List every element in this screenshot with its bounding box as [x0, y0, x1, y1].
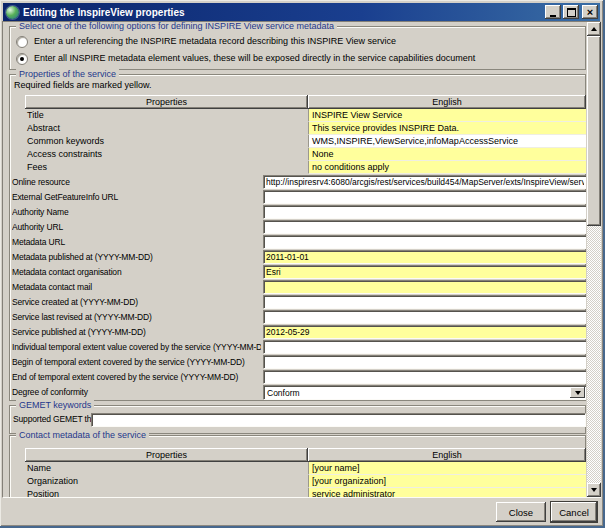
properties-table-header: Properties English — [25, 95, 586, 109]
vertical-scrollbar[interactable] — [587, 22, 601, 497]
position-value-cell[interactable]: service administrator — [308, 488, 586, 497]
radio-all-metadata-values[interactable] — [16, 53, 28, 65]
scroll-pane: Select one of the following options for … — [2, 21, 601, 498]
dialog-window: Editing the InspireView properties × Sel… — [0, 0, 603, 526]
close-icon: × — [587, 7, 593, 17]
globe-icon — [6, 6, 19, 19]
cancel-button[interactable]: Cancel — [551, 502, 597, 522]
authority-name-input[interactable] — [263, 205, 586, 219]
form-row-service-published: Service published at (YYYY-MM-DD) — [11, 325, 586, 340]
service-created-label: Service created at (YYYY-MM-DD) — [12, 296, 261, 309]
form-row-service-last-revised: Service last revised at (YYYY-MM-DD) — [11, 310, 586, 325]
row-label-access-constraints: Access constraints — [27, 148, 102, 161]
table-row-name: Name [your name] — [25, 462, 586, 475]
row-label-name: Name — [27, 462, 51, 475]
form-row-authority-url: Authority URL — [11, 220, 586, 235]
metadata-url-label: Metadata URL — [12, 236, 261, 249]
screen: Editing the InspireView properties × Sel… — [0, 0, 605, 528]
form-row-external-getfeatureinfo-url: External GetFeatureInfo URL — [11, 190, 586, 205]
access-constraints-value-cell[interactable]: None — [308, 148, 586, 161]
maximize-icon — [567, 8, 576, 17]
service-published-input[interactable] — [263, 325, 586, 339]
contact-column-header-english[interactable]: English — [308, 448, 586, 462]
row-label-fees: Fees — [27, 161, 47, 174]
metadata-contact-mail-input[interactable] — [263, 280, 586, 294]
close-window-button[interactable]: × — [582, 5, 598, 19]
scroll-up-button[interactable] — [587, 22, 601, 36]
window-title: Editing the InspireView properties — [23, 7, 185, 18]
end-temporal-extent-label: End of temporal extent covered by the se… — [12, 371, 261, 384]
scroll-down-button[interactable] — [587, 483, 601, 497]
individual-temporal-extent-input[interactable] — [263, 340, 586, 354]
online-resource-input[interactable] — [263, 175, 586, 189]
form-row-metadata-published: Metadata published at (YYYY-MM-DD) — [11, 250, 586, 265]
authority-url-input[interactable] — [263, 220, 586, 234]
abstract-value-cell[interactable]: This service provides INSPIRE Data. — [308, 122, 586, 135]
degree-of-conformity-value: Conform — [267, 387, 300, 399]
begin-temporal-extent-input[interactable] — [263, 355, 586, 369]
row-label-position: Position — [27, 488, 59, 497]
table-row-common-keywords: Common keywords WMS,INSPIRE,ViewService,… — [25, 135, 586, 148]
column-header-english[interactable]: English — [308, 95, 586, 109]
maximize-button[interactable] — [563, 5, 579, 19]
properties-group-title: Properties of the service — [16, 69, 119, 80]
metadata-published-input[interactable] — [263, 250, 586, 264]
properties-group: Properties of the service Required field… — [9, 74, 586, 401]
table-row-access-constraints: Access constraints None — [25, 148, 586, 161]
service-published-label: Service published at (YYYY-MM-DD) — [12, 326, 261, 339]
required-fields-note: Required fields are marked yellow. — [14, 80, 152, 90]
row-label-title: Title — [27, 109, 44, 122]
scrollbar-thumb[interactable] — [587, 36, 601, 226]
service-last-revised-label: Service last revised at (YYYY-MM-DD) — [12, 311, 261, 324]
form-row-begin-temporal-extent: Begin of temporal extent covered by the … — [11, 355, 586, 370]
form-row-service-created: Service created at (YYYY-MM-DD) — [11, 295, 586, 310]
external-getfeatureinfo-url-input[interactable] — [263, 190, 586, 204]
close-button[interactable]: Close — [496, 502, 546, 522]
external-getfeatureinfo-url-label: External GetFeatureInfo URL — [12, 191, 261, 204]
end-temporal-extent-input[interactable] — [263, 370, 586, 384]
service-created-input[interactable] — [263, 295, 586, 309]
metadata-contact-organisation-input[interactable] — [263, 265, 586, 279]
table-row-abstract: Abstract This service provides INSPIRE D… — [25, 122, 586, 135]
minimize-button[interactable] — [545, 5, 561, 19]
gemet-group-title: GEMET keywords — [16, 400, 94, 411]
titlebar[interactable]: Editing the InspireView properties × — [3, 3, 600, 21]
form-row-online-resource: Online resource — [11, 175, 586, 190]
metadata-contact-mail-label: Metadata contact mail — [12, 281, 261, 294]
contact-column-header-properties[interactable]: Properties — [25, 448, 308, 462]
form-row-end-temporal-extent: End of temporal extent covered by the se… — [11, 370, 586, 385]
form-row-individual-temporal-extent: Individual temporal extent value covered… — [11, 340, 586, 355]
table-row-fees: Fees no conditions apply — [25, 161, 586, 174]
online-resource-label: Online resource — [12, 176, 261, 189]
fees-value-cell[interactable]: no conditions apply — [308, 161, 586, 174]
column-header-properties[interactable]: Properties — [25, 95, 308, 109]
metadata-contact-organisation-label: Metadata contact organisation — [12, 266, 261, 279]
minimize-icon — [550, 15, 556, 17]
radio-url-metadata-label[interactable]: Enter a url referencing the INSPIRE meta… — [34, 35, 396, 48]
degree-of-conformity-label: Degree of conformity — [12, 386, 261, 399]
options-group: Select one of the following options for … — [9, 26, 586, 70]
arrow-up-icon — [591, 27, 597, 31]
service-last-revised-input[interactable] — [263, 310, 586, 324]
row-label-organization: Organization — [27, 475, 78, 488]
arrow-down-icon — [591, 488, 597, 492]
name-value-cell[interactable]: [your name] — [308, 462, 586, 475]
supported-gemet-themes-input[interactable] — [91, 413, 586, 427]
form-row-metadata-contact-organisation: Metadata contact organisation — [11, 265, 586, 280]
degree-of-conformity-select[interactable]: Conform — [263, 385, 586, 400]
radio-url-metadata[interactable] — [16, 36, 28, 48]
contact-table-header: Properties English — [25, 448, 586, 462]
organization-value-cell[interactable]: [your organization] — [308, 475, 586, 488]
radio-all-metadata-values-label[interactable]: Enter all INSPIRE metadata element value… — [34, 52, 475, 65]
title-value-cell[interactable]: INSPIRE View Service — [308, 109, 586, 122]
combo-dropdown-button[interactable] — [570, 387, 585, 398]
window-controls: × — [543, 5, 598, 19]
form-row-metadata-url: Metadata URL — [11, 235, 586, 250]
metadata-published-label: Metadata published at (YYYY-MM-DD) — [12, 251, 261, 264]
table-row-title: Title INSPIRE View Service — [25, 109, 586, 122]
metadata-url-input[interactable] — [263, 235, 586, 249]
common-keywords-value-cell[interactable]: WMS,INSPIRE,ViewService,infoMapAccessSer… — [308, 135, 586, 148]
contact-group-title: Contact metadata of the service — [16, 430, 149, 441]
authority-url-label: Authority URL — [12, 221, 261, 234]
row-label-abstract: Abstract — [27, 122, 60, 135]
